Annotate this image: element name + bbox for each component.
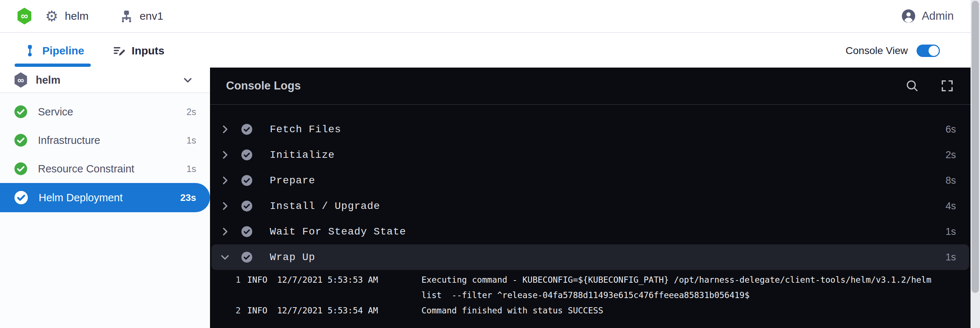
log-message: Command finished with status SUCCESS bbox=[422, 303, 951, 318]
chevron-right-icon[interactable] bbox=[220, 149, 231, 160]
sidebar-item-infrastructure[interactable]: Infrastructure 1s bbox=[0, 126, 210, 155]
sidebar-item-label: Helm Deployment bbox=[39, 192, 123, 204]
duration-badge: 1s bbox=[187, 135, 196, 146]
tab-inputs-label: Inputs bbox=[132, 45, 164, 57]
console-header-actions bbox=[905, 78, 955, 93]
tab-inputs[interactable]: Inputs bbox=[113, 34, 164, 67]
log-line: 1 INFO 12/7/2021 5:53:53 AM Executing co… bbox=[210, 272, 970, 303]
step-row-initialize[interactable]: Initialize 2s bbox=[210, 142, 970, 168]
chevron-right-icon[interactable] bbox=[220, 226, 231, 237]
log-line: 2 INFO 12/7/2021 5:53:54 AM Command fini… bbox=[210, 303, 970, 318]
log-line-number: 1 bbox=[231, 272, 240, 303]
sidebar-group-label: helm bbox=[36, 74, 60, 86]
environment-name[interactable]: env1 bbox=[140, 10, 163, 22]
sidebar-group-header[interactable]: ∞ helm bbox=[0, 67, 210, 93]
sidebar-item-label: Resource Constraint bbox=[38, 163, 134, 175]
console-view-toggle[interactable] bbox=[916, 45, 940, 57]
console-step-list: Fetch Files 6s Initialize 2s bbox=[210, 105, 970, 318]
pipeline-name[interactable]: helm bbox=[65, 10, 89, 22]
sidebar-item-service[interactable]: Service 2s bbox=[0, 98, 210, 126]
content-area: ∞ helm Service 2s In bbox=[0, 67, 970, 328]
log-level: INFO bbox=[247, 303, 271, 318]
fullscreen-icon[interactable] bbox=[940, 78, 955, 93]
step-duration: 2s bbox=[945, 149, 956, 161]
step-row-wrap-up[interactable]: Wrap Up 1s bbox=[212, 244, 969, 270]
step-label: Wait For Steady State bbox=[270, 226, 406, 237]
step-label: Initialize bbox=[270, 149, 335, 161]
success-check-icon bbox=[14, 133, 28, 147]
console-title: Console Logs bbox=[226, 79, 301, 93]
success-check-icon bbox=[14, 162, 28, 176]
pipeline-icon bbox=[23, 44, 37, 58]
duration-badge: 1s bbox=[187, 164, 196, 174]
step-duration: 1s bbox=[945, 226, 956, 237]
console-view-control: Console View bbox=[845, 45, 940, 57]
scrollbar-thumb[interactable] bbox=[972, 1, 979, 293]
environment-icon bbox=[119, 9, 134, 23]
sidebar-item-helm-deployment[interactable]: Helm Deployment 23s bbox=[0, 183, 210, 212]
success-check-icon bbox=[240, 149, 253, 161]
log-line-number: 2 bbox=[231, 303, 240, 318]
step-label: Wrap Up bbox=[270, 252, 315, 263]
execution-sidebar: ∞ helm Service 2s In bbox=[0, 67, 210, 328]
step-duration: 6s bbox=[945, 124, 956, 135]
step-duration: 1s bbox=[945, 252, 956, 263]
admin-label: Admin bbox=[922, 10, 954, 22]
success-check-icon bbox=[240, 174, 253, 187]
log-timestamp: 12/7/2021 5:53:54 AM bbox=[277, 303, 399, 318]
chevron-right-icon[interactable] bbox=[220, 175, 231, 186]
active-tab-underline bbox=[14, 64, 91, 67]
log-timestamp: 12/7/2021 5:53:53 AM bbox=[277, 272, 399, 303]
tab-bar: Pipeline Inputs Console View bbox=[0, 34, 970, 67]
sidebar-item-label: Service bbox=[38, 106, 73, 118]
console-header: Console Logs bbox=[210, 67, 970, 105]
edit-lines-icon bbox=[113, 44, 126, 58]
step-label: Fetch Files bbox=[270, 124, 341, 135]
duration-badge: 2s bbox=[187, 107, 196, 117]
step-label: Prepare bbox=[270, 175, 315, 186]
log-output: 1 INFO 12/7/2021 5:53:53 AM Executing co… bbox=[210, 270, 970, 318]
toggle-knob bbox=[929, 46, 939, 56]
step-row-prepare[interactable]: Prepare 8s bbox=[210, 168, 970, 193]
tab-pipeline[interactable]: Pipeline bbox=[23, 34, 84, 67]
success-check-icon bbox=[14, 190, 29, 205]
sidebar-step-list: Service 2s Infrastructure 1s Resource Co… bbox=[0, 93, 210, 212]
success-check-icon bbox=[14, 105, 28, 119]
success-check-icon bbox=[240, 200, 253, 212]
chevron-down-icon[interactable] bbox=[181, 74, 194, 86]
tab-pipeline-label: Pipeline bbox=[42, 45, 84, 57]
search-icon[interactable] bbox=[905, 78, 920, 93]
sidebar-item-label: Infrastructure bbox=[38, 134, 100, 146]
chevron-right-icon[interactable] bbox=[220, 124, 231, 135]
infinity-glyph: ∞ bbox=[21, 11, 28, 21]
success-check-icon bbox=[240, 226, 253, 238]
pipeline-execution-screen: ∞ ⚙ helm env1 Admin bbox=[0, 0, 980, 328]
step-row-fetch-files[interactable]: Fetch Files 6s bbox=[210, 117, 970, 142]
log-level: INFO bbox=[247, 272, 271, 303]
console-view-label: Console View bbox=[845, 45, 908, 57]
step-row-install-upgrade[interactable]: Install / Upgrade 4s bbox=[210, 193, 970, 219]
step-row-wait-for-steady-state[interactable]: Wait For Steady State 1s bbox=[210, 219, 970, 244]
success-check-icon bbox=[240, 123, 253, 136]
duration-badge: 23s bbox=[180, 192, 196, 203]
infinity-glyph: ∞ bbox=[18, 75, 24, 85]
log-message: Executing command - KUBECONFIG=${KUBECON… bbox=[422, 272, 951, 303]
step-duration: 4s bbox=[945, 200, 956, 212]
step-duration: 8s bbox=[945, 175, 956, 186]
chevron-right-icon[interactable] bbox=[220, 200, 231, 211]
stage-hexagon-icon: ∞ bbox=[14, 72, 28, 88]
avatar bbox=[901, 9, 916, 23]
top-bar: ∞ ⚙ helm env1 Admin bbox=[0, 0, 970, 33]
console-logs-panel: Console Logs bbox=[210, 67, 970, 328]
harness-logo-icon[interactable]: ∞ bbox=[17, 8, 32, 24]
success-check-icon bbox=[240, 251, 253, 263]
gear-icon[interactable]: ⚙ bbox=[45, 9, 58, 23]
step-label: Install / Upgrade bbox=[270, 200, 380, 212]
sidebar-item-resource-constraint[interactable]: Resource Constraint 1s bbox=[0, 155, 210, 183]
user-menu[interactable]: Admin bbox=[901, 9, 954, 23]
chevron-down-icon[interactable] bbox=[220, 252, 231, 262]
page-scrollbar bbox=[970, 0, 980, 328]
